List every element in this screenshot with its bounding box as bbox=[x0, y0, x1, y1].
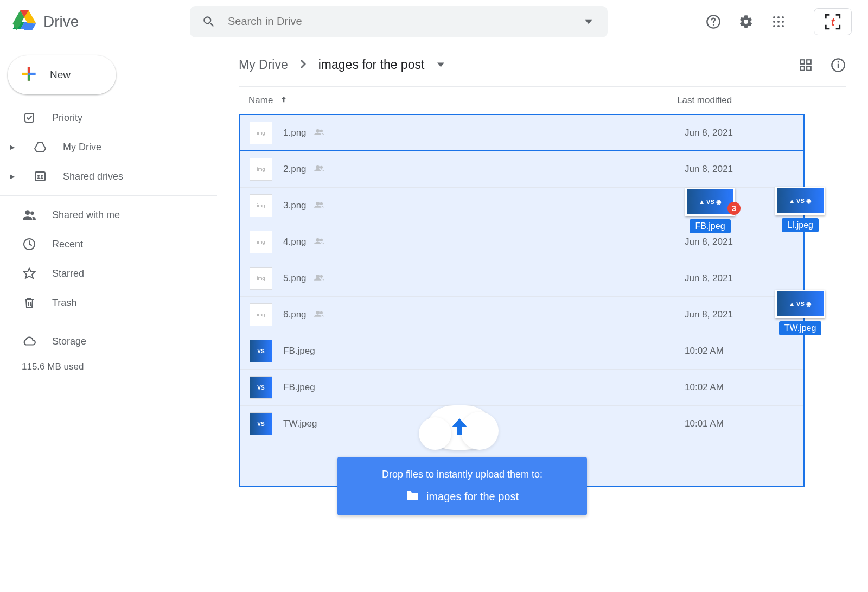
sidebar-item-label: Priority bbox=[52, 112, 82, 124]
svg-marker-5 bbox=[585, 19, 592, 23]
file-row[interactable]: VS FB.jpeg 10:02 AM bbox=[240, 370, 803, 406]
search-options-icon[interactable] bbox=[580, 14, 597, 30]
svg-text:t: t bbox=[831, 16, 835, 28]
sidebar-item-sharedwithme[interactable]: Shared with me bbox=[0, 200, 217, 230]
priority-icon bbox=[22, 111, 37, 124]
shared-icon bbox=[314, 273, 325, 284]
view-tools bbox=[797, 57, 846, 73]
app-header: Drive t bbox=[0, 0, 868, 43]
drag-file-label: FB.jpeg bbox=[690, 219, 730, 233]
logo-section[interactable]: Drive bbox=[11, 7, 190, 36]
help-icon[interactable] bbox=[705, 14, 722, 30]
file-row[interactable]: VS FB.jpeg 10:02 AM bbox=[240, 333, 803, 370]
sidebar-item-label: My Drive bbox=[63, 142, 101, 153]
breadcrumb: My Drive images for the post bbox=[239, 43, 846, 87]
info-icon[interactable] bbox=[830, 57, 846, 73]
sidebar-item-priority[interactable]: Priority bbox=[0, 103, 217, 132]
clock-icon bbox=[22, 238, 37, 251]
shared-icon bbox=[314, 309, 325, 320]
svg-point-15 bbox=[777, 25, 780, 27]
sidebar-item-starred[interactable]: Starred bbox=[0, 259, 217, 288]
file-name-label: 4.png bbox=[283, 237, 307, 247]
apps-grid-icon[interactable] bbox=[770, 14, 787, 30]
file-row[interactable]: img 1.png Jun 8, 2021 bbox=[240, 115, 803, 151]
svg-rect-19 bbox=[25, 113, 34, 122]
search-input[interactable] bbox=[228, 15, 570, 28]
sidebar-item-storage[interactable]: Storage bbox=[0, 327, 217, 356]
file-row[interactable]: img 6.png Jun 8, 2021 bbox=[240, 297, 803, 333]
upload-banner: Drop files to instantly upload them to: … bbox=[337, 457, 587, 515]
svg-point-46 bbox=[320, 275, 322, 278]
folder-dropdown-icon[interactable] bbox=[437, 61, 444, 69]
file-row[interactable]: img 5.png Jun 8, 2021 bbox=[240, 260, 803, 297]
drag-file-label: LI.jpeg bbox=[782, 218, 819, 232]
svg-marker-27 bbox=[24, 268, 35, 278]
star-icon bbox=[22, 267, 37, 280]
svg-point-41 bbox=[316, 202, 320, 206]
svg-point-22 bbox=[37, 175, 40, 177]
sidebar-item-recent[interactable]: Recent bbox=[0, 230, 217, 259]
new-button[interactable]: New bbox=[8, 55, 116, 94]
header-actions: t bbox=[705, 8, 857, 35]
sidebar-item-label: Shared drives bbox=[63, 171, 123, 182]
svg-marker-28 bbox=[301, 60, 306, 68]
extension-badge[interactable]: t bbox=[814, 8, 852, 35]
svg-point-45 bbox=[316, 275, 320, 278]
expand-icon[interactable]: ▶ bbox=[7, 173, 17, 180]
svg-point-38 bbox=[320, 129, 322, 132]
drag-thumb: ▲ VS ◉ bbox=[685, 188, 735, 216]
file-row[interactable]: VS TW.jpeg 10:01 AM bbox=[240, 406, 803, 442]
nav-list-secondary: Shared with me Recent Starred Trash bbox=[0, 200, 217, 317]
settings-gear-icon[interactable] bbox=[738, 14, 754, 30]
nav-list: Priority ▶ My Drive ▶ Shared drives bbox=[0, 103, 217, 191]
sidebar-item-mydrive[interactable]: ▶ My Drive bbox=[0, 132, 217, 162]
sidebar-item-label: Storage bbox=[52, 336, 86, 347]
file-thumbnail: img bbox=[250, 231, 272, 253]
file-date: 10:01 AM bbox=[685, 418, 803, 429]
svg-rect-30 bbox=[800, 60, 805, 64]
col-header-modified[interactable]: Last modified bbox=[677, 95, 846, 106]
sidebar-item-shareddrives[interactable]: ▶ Shared drives bbox=[0, 162, 217, 191]
file-name-label: 6.png bbox=[283, 309, 307, 320]
breadcrumb-current[interactable]: images for the post bbox=[318, 58, 425, 72]
file-thumbnail: img bbox=[250, 122, 272, 144]
shared-icon bbox=[314, 164, 325, 175]
breadcrumb-root[interactable]: My Drive bbox=[239, 58, 288, 72]
file-date: Jun 8, 2021 bbox=[685, 273, 803, 284]
cloud-icon bbox=[22, 334, 37, 348]
drag-ghost: ▲ VS ◉ FB.jpeg 3 bbox=[685, 188, 735, 233]
file-thumbnail: img bbox=[250, 194, 272, 217]
app-name: Drive bbox=[43, 13, 79, 30]
search-icon[interactable] bbox=[201, 14, 217, 30]
file-name-label: TW.jpeg bbox=[283, 418, 317, 429]
col-header-name[interactable]: Name bbox=[248, 95, 677, 106]
file-name-label: FB.jpeg bbox=[283, 382, 315, 393]
expand-icon[interactable]: ▶ bbox=[7, 143, 17, 151]
svg-point-7 bbox=[713, 24, 714, 25]
svg-point-14 bbox=[773, 25, 775, 27]
sidebar-item-trash[interactable]: Trash bbox=[0, 288, 217, 317]
svg-point-8 bbox=[773, 16, 775, 18]
drive-logo-icon bbox=[11, 7, 38, 36]
svg-point-24 bbox=[25, 210, 30, 215]
shared-icon bbox=[314, 237, 325, 247]
file-list-dropzone[interactable]: img 1.png Jun 8, 2021 img 2.png Jun 8, 2… bbox=[239, 114, 805, 487]
sidebar-item-label: Trash bbox=[52, 297, 76, 309]
nav-divider bbox=[0, 195, 217, 196]
file-row[interactable]: img 2.png Jun 8, 2021 bbox=[240, 151, 803, 188]
svg-point-47 bbox=[316, 311, 320, 315]
svg-point-44 bbox=[320, 239, 322, 241]
drag-thumb: ▲ VS ◉ bbox=[775, 290, 825, 318]
upload-target-folder: images for the post bbox=[426, 491, 519, 503]
svg-rect-33 bbox=[807, 66, 811, 71]
shareddrives-icon bbox=[33, 170, 48, 183]
svg-point-42 bbox=[320, 202, 322, 205]
drag-thumb: ▲ VS ◉ bbox=[775, 187, 825, 215]
grid-view-icon[interactable] bbox=[797, 57, 814, 73]
file-thumbnail: img bbox=[250, 303, 272, 326]
trash-icon bbox=[22, 296, 37, 309]
search-bar[interactable] bbox=[190, 6, 608, 37]
sidebar: New Priority ▶ My Drive ▶ Shared drives bbox=[0, 43, 217, 592]
svg-point-13 bbox=[782, 21, 784, 23]
storage-used-label: 115.6 MB used bbox=[0, 356, 217, 372]
